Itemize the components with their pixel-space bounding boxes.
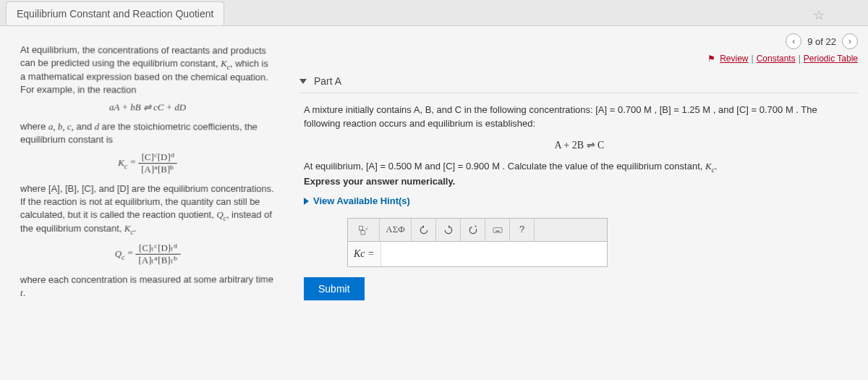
answer-input-row: Kc = xyxy=(347,241,608,267)
kc-equation: Kc = [C]ᶜ[D]ᵈ [A]ᵃ[B]ᵇ xyxy=(20,152,274,176)
format-templates-button[interactable]: √ xyxy=(348,219,380,241)
qc-equation: Qc = [C]ₜᶜ[D]ₜᵈ [A]ₜᵃ[B]ₜᵇ xyxy=(20,242,274,266)
templates-icon: √ xyxy=(358,224,370,236)
reset-button[interactable] xyxy=(461,219,485,241)
prev-button[interactable]: ‹ xyxy=(786,33,801,49)
chevron-right-icon xyxy=(304,198,309,205)
generic-reaction: aA + bB ⇌ cC + dD xyxy=(20,101,274,114)
resource-links: ⚑ Review | Constants | Periodic Table xyxy=(299,54,858,64)
help-button[interactable]: ? xyxy=(510,219,535,241)
svg-point-3 xyxy=(469,227,476,233)
star-icon[interactable]: ☆ xyxy=(813,7,825,23)
svg-rect-0 xyxy=(359,227,362,230)
main-content: At equilibrium, the concentrations of re… xyxy=(0,26,868,380)
next-button[interactable]: › xyxy=(842,33,858,49)
quotient-text: where [A], [B], [C], and [D] are the equ… xyxy=(20,182,274,237)
view-hints-link[interactable]: View Available Hint(s) xyxy=(304,195,855,208)
part-header[interactable]: Part A xyxy=(299,71,858,93)
nav-row: ‹ 9 of 22 › xyxy=(299,33,858,49)
question-panel: ☆ ‹ 9 of 22 › ⚑ Review | Constants | Per… xyxy=(289,26,868,380)
constants-link[interactable]: Constants xyxy=(757,54,796,64)
undo-button[interactable] xyxy=(412,219,436,241)
answer-instruction: Express your answer numerically. xyxy=(304,175,855,189)
flag-icon: ⚑ xyxy=(707,54,715,64)
answer-input[interactable] xyxy=(381,242,608,266)
part-title: Part A xyxy=(314,75,341,87)
answer-area: √ ΑΣΦ ? xyxy=(347,218,608,267)
answer-prefix: Kc = xyxy=(348,242,381,266)
answer-toolbar: √ ΑΣΦ ? xyxy=(347,218,608,241)
svg-text:√: √ xyxy=(365,226,368,231)
redo-icon xyxy=(443,224,454,236)
time-text: where each concentration is measured at … xyxy=(20,273,274,299)
review-link[interactable]: Review xyxy=(720,54,748,64)
periodic-table-link[interactable]: Periodic Table xyxy=(804,54,858,64)
reaction-equation: A + 2B ⇌ C xyxy=(304,138,855,153)
page-tab[interactable]: Equilibrium Constant and Reaction Quotie… xyxy=(6,1,224,25)
submit-button[interactable]: Submit xyxy=(304,277,365,300)
keyboard-icon xyxy=(492,224,503,236)
page-position: 9 of 22 xyxy=(807,36,836,47)
tab-bar: Equilibrium Constant and Reaction Quotie… xyxy=(0,0,868,26)
chevron-down-icon xyxy=(299,79,307,84)
svg-rect-4 xyxy=(493,228,502,233)
undo-icon xyxy=(418,224,430,236)
redo-button[interactable] xyxy=(436,219,461,241)
keyboard-button[interactable] xyxy=(485,219,510,241)
greek-symbols-button[interactable]: ΑΣΦ xyxy=(380,219,412,241)
question-body: A mixture initially contains A, B, and C… xyxy=(299,93,858,303)
reset-icon xyxy=(467,224,479,236)
question-text-1: A mixture initially contains A, B, and C… xyxy=(304,104,855,131)
coeff-text: where a, b, c, and d are the stoichiomet… xyxy=(20,120,274,146)
intro-text: At equilibrium, the concentrations of re… xyxy=(20,43,274,96)
question-text-2: At equilibrium, [A] = 0.500 M and [C] = … xyxy=(304,160,855,175)
svg-rect-1 xyxy=(361,231,365,235)
description-panel: At equilibrium, the concentrations of re… xyxy=(0,26,287,380)
